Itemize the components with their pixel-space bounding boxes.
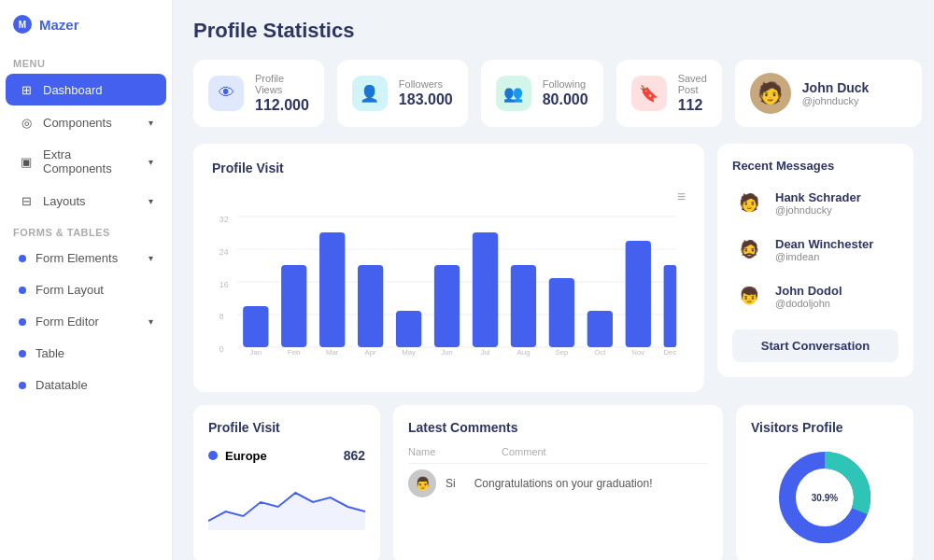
layouts-icon: ⊟ [19,193,34,208]
stat-value: 80.000 [543,91,588,108]
svg-marker-34 [208,493,365,530]
svg-text:Feb: Feb [288,348,301,357]
svg-rect-24 [511,265,536,347]
msg-handle: @dodoljohn [775,298,842,309]
sidebar-item-form-editor[interactable]: Form Editor ▾ [6,306,166,337]
lc-col-comment: Comment [502,446,708,457]
svg-text:Oct: Oct [594,348,606,357]
svg-text:Jun: Jun [441,348,453,357]
start-conversation-button[interactable]: Start Conversation [732,329,899,362]
stat-card-followers: 👤 Followers 183.000 [337,60,468,127]
lc-col-name: Name [408,446,483,457]
msg-info: Hank Schrader @johnducky [775,190,861,216]
dot-icon [19,318,26,326]
sidebar-item-form-layout[interactable]: Form Layout [6,274,166,305]
svg-text:32: 32 [219,215,229,224]
brand[interactable]: M Mazer [0,0,172,49]
message-item: 🧑 Hank Schrader @johnducky [732,186,899,219]
stat-card-following: 👥 Following 80.000 [481,60,603,127]
main-content: Profile Statistics 👁 Profile Views 112.0… [173,0,934,560]
sidebar-item-label: Form Editor [35,315,99,329]
pv-legend: Europe 862 [208,448,365,463]
sidebar-item-extra-components[interactable]: ▣ Extra Components ▾ [6,139,166,184]
svg-rect-32 [664,265,677,347]
sparkline-svg [208,474,365,530]
dot-icon [19,287,26,294]
chevron-down-icon: ▾ [149,316,153,327]
messages-card: Recent Messages 🧑 Hank Schrader @johnduc… [717,144,913,377]
chart-area: ≡ 0 8 16 24 32 Jan [212,189,686,375]
stat-value: 112 [678,97,707,114]
svg-rect-20 [434,265,460,347]
avatar: 👨 [408,469,436,497]
stat-info: Saved Post 112 [678,73,707,114]
extra-components-icon: ▣ [19,154,34,169]
stat-info: Profile Views 112.000 [255,73,309,114]
chevron-down-icon: ▾ [149,118,153,128]
sidebar-item-components[interactable]: ◎ Components ▾ [6,106,166,138]
lc-title: Latest Comments [408,420,708,435]
profile-visit-card: Profile Visit Europe 862 [193,405,380,560]
chart-title: Profile Visit [212,161,686,175]
stat-value: 112.000 [255,97,309,114]
user-card: 🧑 John Duck @johnducky [735,60,922,127]
svg-text:Jul: Jul [481,348,490,357]
profile-views-icon: 👁 [208,76,244,111]
sidebar-item-label: Datatable [35,378,88,392]
msg-name: John Dodol [775,284,842,298]
svg-rect-18 [396,311,421,347]
sidebar-item-label: Form Elements [35,251,118,265]
chevron-down-icon: ▾ [149,157,153,167]
forms-tables-section-label: Forms & Tables [0,217,172,242]
profile-visit-title: Profile Visit [208,420,365,435]
sidebar-item-dashboard[interactable]: ⊞ Dashboard [6,74,166,105]
msg-info: Dean Winchester @imdean [775,237,873,262]
msg-handle: @imdean [775,251,873,262]
dot-icon [19,255,26,262]
svg-rect-26 [549,278,574,347]
stat-label: Following [543,78,588,90]
stat-card-saved-post: 🔖 Saved Post 112 [616,60,722,127]
bar-chart-svg: 0 8 16 24 32 Jan Fe [212,189,686,357]
chart-menu-icon[interactable]: ≡ [677,189,686,205]
sidebar-item-datatable[interactable]: Datatable [6,370,166,400]
chevron-down-icon: ▾ [149,253,153,263]
bottom-row: Profile Visit Europe 862 Latest Comments… [193,405,913,560]
followers-icon: 👤 [352,76,388,111]
saved-post-icon: 🔖 [631,76,667,111]
svg-text:Nov: Nov [631,348,644,357]
svg-rect-10 [243,306,268,347]
sidebar-item-label: Components [43,116,112,130]
svg-text:Dec: Dec [663,348,676,357]
dot-icon [19,382,26,389]
stat-label: Followers [399,78,453,90]
lc-header: Name Comment [408,446,708,464]
user-name: John Duck [802,80,870,95]
following-icon: 👥 [496,76,531,111]
svg-rect-30 [626,241,651,347]
bar-chart-card: Profile Visit ≡ 0 8 16 24 32 [193,144,704,392]
sidebar-item-label: Form Layout [35,283,104,297]
sidebar-item-layouts[interactable]: ⊟ Layouts ▾ [6,185,166,217]
svg-text:Jan: Jan [250,348,262,357]
sidebar-item-table[interactable]: Table [6,338,166,369]
msg-name: Hank Schrader [775,190,861,204]
stat-label: Profile Views [255,73,309,95]
svg-text:16: 16 [219,280,229,289]
msg-handle: @johnducky [775,204,861,216]
svg-rect-14 [319,232,345,347]
pv-dot [208,451,218,460]
stats-row: 👁 Profile Views 112.000 👤 Followers 183.… [193,60,913,127]
lc-comment: Congratulations on your graduation! [474,477,653,490]
sidebar-item-form-elements[interactable]: Form Elements ▾ [6,243,166,273]
avatar: 👦 [732,279,766,313]
svg-text:May: May [402,348,416,357]
svg-rect-22 [473,232,498,347]
avatar: 🧑 [750,73,791,114]
chevron-down-icon: ▾ [149,196,153,206]
svg-rect-12 [281,265,306,347]
latest-comments-card: Latest Comments Name Comment 👨 Si Congra… [393,405,723,560]
message-item: 🧔 Dean Winchester @imdean [732,232,899,266]
brand-icon: M [13,15,32,34]
svg-text:Apr: Apr [365,348,376,357]
